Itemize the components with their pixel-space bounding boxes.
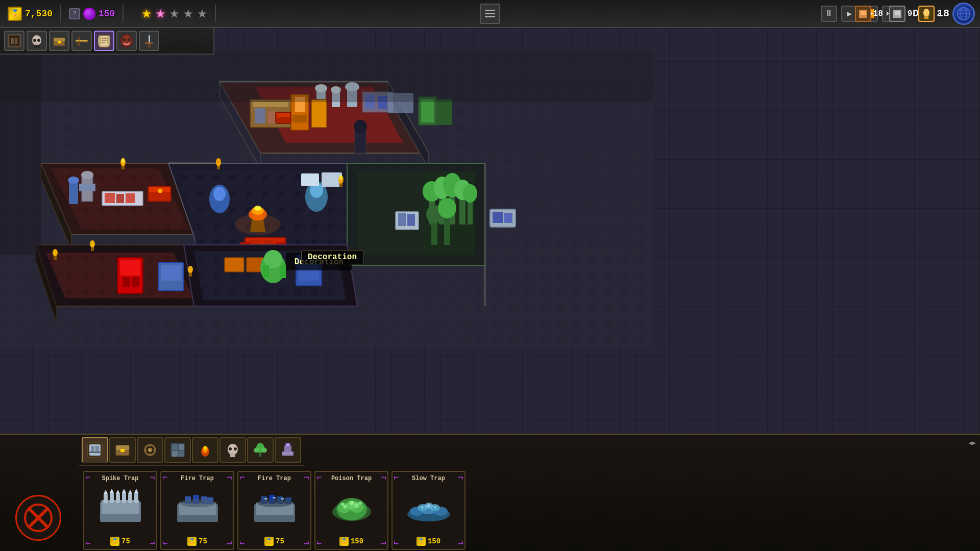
char-count-3: 2 [918,6,942,22]
svg-rect-156 [10,36,19,45]
char-count-2: 9 [889,6,913,22]
help-icon-small[interactable]: ? [69,8,80,19]
svg-point-245 [257,499,292,507]
corner-br-5: ⌐ [458,539,463,548]
cost-icon-2: 🏅 [187,537,197,546]
items-grid: ⌐ ⌐ ⌐ ⌐ Spike Trap [79,467,980,551]
svg-rect-247 [273,497,276,498]
svg-rect-158 [15,38,17,44]
toolbar-skull[interactable] [27,31,47,51]
category-floor[interactable] [164,437,191,463]
svg-rect-140 [485,13,495,14]
svg-point-174 [107,35,110,46]
svg-rect-182 [145,42,153,44]
gem-icon [83,8,95,20]
category-plant[interactable] [247,437,274,463]
svg-marker-229 [122,489,126,493]
panel-info: ◀▶ [969,439,976,447]
svg-rect-165 [38,45,40,47]
svg-point-254 [343,505,347,509]
corner-tl-2: ⌐ [162,473,168,482]
svg-rect-221 [110,493,114,503]
item-fire-trap-1[interactable]: ⌐ ⌐ ⌐ ⌐ Fire Trap 🏅 75 [160,471,234,550]
item-fire-trap-2[interactable]: ⌐ ⌐ ⌐ ⌐ Fire Trap � [237,471,311,550]
svg-point-209 [234,447,237,450]
cost-value-slow: 150 [428,537,440,545]
cost-value-fire1: 75 [199,537,207,545]
toolbar [0,28,214,55]
char-count-value-2: 9 [908,9,913,18]
cost-icon-1: 🏅 [110,537,119,546]
menu-icon[interactable] [480,4,500,24]
gold-display: 🏅 7,530 [8,7,53,21]
svg-point-257 [341,503,344,506]
svg-rect-183 [148,44,151,47]
item-cost-poison: 🏅 150 [339,537,363,546]
svg-rect-246 [264,498,267,499]
hud-divider-2 [122,5,124,22]
category-trap[interactable] [82,437,108,463]
category-container[interactable] [109,437,136,463]
svg-point-161 [33,39,36,42]
category-mechanism[interactable] [137,437,163,463]
category-monster[interactable] [219,437,246,463]
corner-br-2: ⌐ [227,539,232,548]
toolbar-mask[interactable] [116,31,137,51]
category-fire[interactable] [192,437,218,463]
item-cost-fire1: 🏅 75 [187,537,207,546]
bottom-panel: ⌐ ⌐ ⌐ ⌐ Spike Trap [0,434,980,551]
item-image-fire1 [175,486,220,527]
item-spike-trap[interactable]: ⌐ ⌐ ⌐ ⌐ Spike Trap [83,471,157,550]
svg-rect-207 [230,453,235,457]
svg-point-208 [229,447,232,450]
item-image-slow [406,486,452,527]
item-cost-fire2: 🏅 75 [264,537,284,546]
corner-tr-2: ⌐ [227,473,232,482]
svg-point-178 [121,35,132,47]
corner-tr-4: ⌐ [381,473,386,482]
svg-rect-223 [122,493,126,503]
item-poison-trap[interactable]: ⌐ ⌐ ⌐ ⌐ Poison Trap [314,471,388,550]
char-icon-1 [855,6,871,22]
gold-value: 7,530 [25,9,53,19]
corner-tl-5: ⌐ [394,473,399,482]
svg-rect-146 [895,11,900,15]
svg-point-217 [286,443,289,446]
corner-bl-4: ⌐ [316,539,322,548]
globe-icon[interactable] [952,3,975,25]
cost-value-fire2: 75 [276,537,284,545]
item-cost-slow: 🏅 150 [416,537,440,546]
svg-rect-195 [150,453,151,456]
svg-point-180 [128,38,131,41]
char-count-value-1: 18 [873,9,883,18]
toolbar-chest[interactable] [49,31,69,51]
char-icon-3 [918,6,935,22]
toolbar-dungeon[interactable] [4,31,24,51]
category-deco[interactable] [275,437,301,463]
svg-rect-139 [485,10,495,11]
item-image-fire2 [252,486,298,527]
cancel-button[interactable] [15,495,61,541]
svg-marker-226 [104,490,108,494]
svg-rect-141 [485,16,495,17]
svg-rect-200 [179,444,184,450]
toolbar-scroll[interactable] [94,31,114,51]
item-slow-trap[interactable]: ⌐ ⌐ ⌐ ⌐ Slow Trap [391,471,465,550]
svg-rect-144 [862,15,865,18]
corner-bl-5: ⌐ [394,539,399,548]
svg-rect-222 [116,494,120,503]
pause-btn[interactable]: ⏸ [821,6,837,22]
star-2: ★ [156,6,165,22]
cost-value-spike: 75 [121,537,130,545]
svg-rect-199 [172,444,178,450]
corner-br-3: ⌐ [304,539,309,548]
corner-tr-3: ⌐ [304,473,309,482]
item-name-poison: Poison Trap [331,475,372,482]
svg-point-258 [359,502,362,505]
corner-tl-4: ⌐ [316,473,322,482]
toolbar-sword[interactable] [139,31,159,51]
corner-bl-2: ⌐ [162,539,168,548]
toolbar-crossbow[interactable] [71,31,92,51]
svg-point-238 [180,499,215,507]
star-1: ★ [141,6,151,22]
